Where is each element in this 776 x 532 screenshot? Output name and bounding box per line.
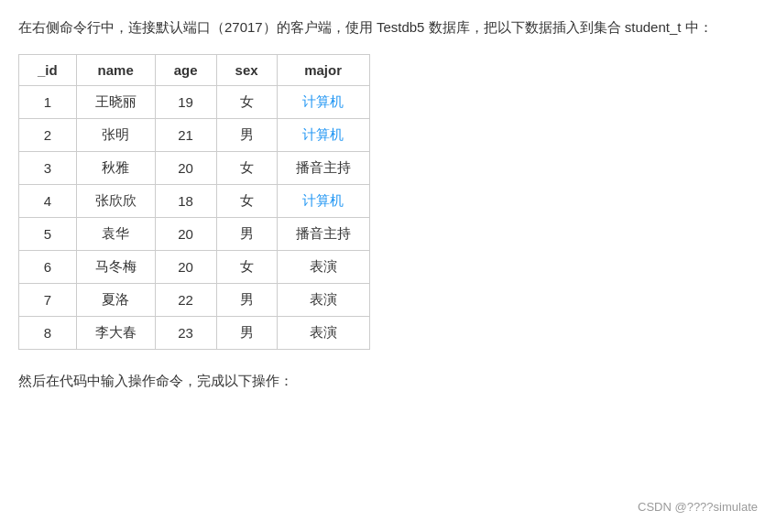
table-cell-sex: 男	[216, 317, 277, 350]
table-cell-_id: 1	[19, 86, 77, 119]
table-cell-_id: 7	[19, 284, 77, 317]
table-cell-_id: 4	[19, 185, 77, 218]
table-cell-sex: 女	[216, 152, 277, 185]
table-column-header: age	[155, 55, 216, 86]
table-cell-age: 20	[155, 152, 216, 185]
table-cell-major: 播音主持	[277, 218, 369, 251]
table-cell-_id: 3	[19, 152, 77, 185]
table-cell-age: 20	[155, 251, 216, 284]
table-row: 8李大春23男表演	[19, 317, 370, 350]
table-cell-age: 21	[155, 119, 216, 152]
table-cell-_id: 2	[19, 119, 77, 152]
major-link[interactable]: 计算机	[302, 192, 344, 208]
table-cell-_id: 8	[19, 317, 77, 350]
table-cell-name: 王晓丽	[76, 86, 155, 119]
table-column-header: _id	[19, 55, 77, 86]
table-cell-name: 马冬梅	[76, 251, 155, 284]
table-cell-age: 22	[155, 284, 216, 317]
table-cell-_id: 6	[19, 251, 77, 284]
intro-text: 在右侧命令行中，连接默认端口（27017）的客户端，使用 Testdb5 数据库…	[18, 15, 758, 39]
table-column-header: sex	[216, 55, 277, 86]
table-cell-age: 23	[155, 317, 216, 350]
table-cell-name: 张明	[76, 119, 155, 152]
table-cell-sex: 男	[216, 284, 277, 317]
table-row: 6马冬梅20女表演	[19, 251, 370, 284]
table-cell-sex: 女	[216, 251, 277, 284]
table-column-header: name	[76, 55, 155, 86]
table-body: 1王晓丽19女计算机2张明21男计算机3秋雅20女播音主持4张欣欣18女计算机5…	[19, 86, 370, 350]
table-row: 5袁华20男播音主持	[19, 218, 370, 251]
table-column-header: major	[277, 55, 369, 86]
table-row: 1王晓丽19女计算机	[19, 86, 370, 119]
major-link[interactable]: 计算机	[302, 93, 344, 109]
table-row: 3秋雅20女播音主持	[19, 152, 370, 185]
table-cell-major: 表演	[277, 317, 369, 350]
table-cell-age: 19	[155, 86, 216, 119]
table-cell-major: 计算机	[277, 86, 369, 119]
table-row: 7夏洛22男表演	[19, 284, 370, 317]
table-cell-name: 袁华	[76, 218, 155, 251]
table-cell-name: 秋雅	[76, 152, 155, 185]
table-cell-name: 夏洛	[76, 284, 155, 317]
table-cell-age: 18	[155, 185, 216, 218]
table-cell-major: 计算机	[277, 185, 369, 218]
table-cell-sex: 男	[216, 119, 277, 152]
table-cell-name: 张欣欣	[76, 185, 155, 218]
intro-paragraph: 在右侧命令行中，连接默认端口（27017）的客户端，使用 Testdb5 数据库…	[18, 15, 758, 39]
student-table: _idnameagesexmajor 1王晓丽19女计算机2张明21男计算机3秋…	[18, 54, 370, 350]
table-cell-age: 20	[155, 218, 216, 251]
table-cell-major: 计算机	[277, 119, 369, 152]
table-cell-name: 李大春	[76, 317, 155, 350]
table-cell-sex: 女	[216, 185, 277, 218]
table-cell-_id: 5	[19, 218, 77, 251]
table-header-row: _idnameagesexmajor	[19, 55, 370, 86]
table-cell-major: 播音主持	[277, 152, 369, 185]
table-row: 2张明21男计算机	[19, 119, 370, 152]
table-row: 4张欣欣18女计算机	[19, 185, 370, 218]
table-cell-major: 表演	[277, 284, 369, 317]
watermark: CSDN @????simulate	[638, 500, 758, 514]
major-link[interactable]: 计算机	[302, 126, 344, 142]
table-cell-sex: 男	[216, 218, 277, 251]
table-cell-sex: 女	[216, 86, 277, 119]
table-cell-major: 表演	[277, 251, 369, 284]
footer-section: 然后在代码中输入操作命令，完成以下操作：	[18, 368, 758, 393]
footer-text: 然后在代码中输入操作命令，完成以下操作：	[18, 368, 758, 393]
